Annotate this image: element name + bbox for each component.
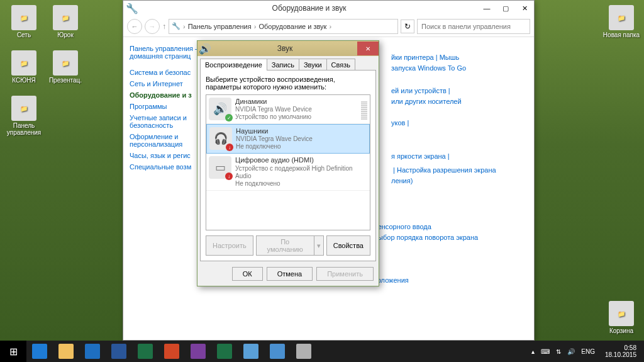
taskbar-app-store[interactable]	[211, 341, 238, 362]
icon-label: Корзина	[602, 327, 640, 334]
ok-button[interactable]: ОК	[232, 267, 263, 281]
set-default-button[interactable]: По умолчанию	[256, 235, 314, 256]
network-icon[interactable]: ⇅	[556, 348, 561, 355]
configure-button[interactable]: Настроить	[206, 235, 253, 256]
link[interactable]: | Настройка разрешения экрана	[393, 166, 496, 174]
folder-icon: 📁	[11, 96, 36, 121]
icon-label: Презентац.	[47, 77, 84, 84]
device-icon: 🔊✓	[209, 98, 231, 120]
app-icon	[111, 344, 126, 359]
desktop-icon[interactable]: 📁Корзина	[602, 301, 640, 334]
app-icon	[217, 344, 232, 359]
device-status: Не подключено	[235, 180, 367, 188]
device-icon: 🎧↓	[209, 127, 232, 150]
breadcrumb[interactable]: 🔧› Панель управления› Оборудование и зву…	[169, 19, 398, 34]
icon-label: Панель управления	[5, 122, 43, 136]
sound-tabs: Воспроизведение Запись Звуки Связь	[197, 56, 379, 71]
device-icon: ▭↓	[209, 156, 231, 179]
desktop-icon[interactable]: 📁Сеть	[5, 5, 43, 38]
link[interactable]: запуска Windows To Go	[391, 64, 466, 72]
desktop-icon[interactable]: 📁КСЮНЯ	[5, 50, 43, 84]
tray-more-icon[interactable]: ▴	[531, 348, 535, 355]
close-button[interactable]: ✕	[515, 1, 534, 15]
taskbar-app-control-panel[interactable]	[238, 341, 264, 362]
link[interactable]: йки принтера | Мышь	[391, 54, 459, 61]
app-icon	[138, 344, 153, 359]
taskbar-app-outlook[interactable]	[79, 341, 106, 362]
forward-button[interactable]: →	[145, 19, 160, 34]
status-badge-icon: ✓	[225, 114, 233, 122]
volume-icon[interactable]: 🔊	[567, 348, 575, 355]
taskbar-app-powerpoint[interactable]	[158, 341, 185, 362]
device-desc: NVIDIA Tegra Wave Device	[236, 135, 367, 143]
folder-icon: 📁	[609, 5, 634, 30]
folder-icon: 📁	[53, 50, 78, 76]
maximize-button[interactable]: ▢	[496, 1, 515, 15]
desktop-icon[interactable]: 📁Юрок	[47, 5, 84, 38]
taskbar-app-word[interactable]	[106, 341, 132, 362]
status-badge-icon: ↓	[226, 144, 233, 151]
taskbar: ⊞ ▴ ⌨ ⇅ 🔊 ENG 0:58 18.10.2015	[0, 341, 644, 362]
up-button[interactable]: ↑	[162, 22, 166, 31]
link[interactable]: или других носителей	[391, 98, 462, 105]
icon-label: Юрок	[47, 31, 84, 38]
minimize-button[interactable]: —	[477, 1, 496, 15]
folder-icon: 📁	[11, 50, 36, 76]
device-name: Динамики	[235, 98, 361, 106]
desktop-icon[interactable]: 📁Панель управления	[5, 96, 43, 136]
taskbar-app-ie[interactable]	[26, 341, 53, 362]
refresh-button[interactable]: ↻	[401, 20, 414, 33]
status-badge-icon: ↓	[225, 173, 233, 180]
back-button[interactable]: ←	[127, 19, 142, 34]
folder-icon: 📁	[609, 301, 634, 326]
tab-communications[interactable]: Связь	[326, 59, 355, 71]
device-item[interactable]: 🔊✓ДинамикиNVIDIA Tegra Wave DeviceУстрой…	[206, 95, 370, 124]
device-status: Устройство по умолчанию	[235, 113, 361, 121]
close-button[interactable]: ✕	[357, 42, 379, 55]
tab-recording[interactable]: Запись	[267, 59, 299, 71]
link[interactable]: ления)	[391, 177, 413, 184]
device-list[interactable]: 🔊✓ДинамикиNVIDIA Tegra Wave DeviceУстрой…	[206, 94, 370, 230]
control-panel-toolbar: ← → ↑ 🔧› Панель управления› Оборудование…	[123, 16, 534, 37]
app-icon	[85, 344, 100, 359]
set-default-dropdown[interactable]: ▾	[314, 235, 324, 256]
taskbar-app-excel[interactable]	[132, 341, 158, 362]
device-desc: Устройство с поддержкой High Definition …	[235, 165, 367, 180]
taskbar-app-sound-dialog[interactable]	[291, 341, 317, 362]
icon-label: Новая папка	[602, 31, 640, 38]
keyboard-icon[interactable]: ⌨	[541, 348, 550, 355]
taskbar-app-explorer[interactable]	[53, 341, 79, 362]
search-input[interactable]	[417, 19, 530, 34]
control-panel-titlebar[interactable]: 🔧 Оборудование и звук — ▢ ✕	[123, 1, 534, 16]
link[interactable]: я яркости экрана |	[391, 152, 450, 160]
language-indicator[interactable]: ENG	[581, 348, 595, 355]
link[interactable]: уков |	[391, 119, 409, 127]
taskbar-app-images[interactable]	[264, 341, 291, 362]
app-icon	[32, 344, 47, 359]
link[interactable]: ей или устройств |	[391, 87, 450, 94]
tab-sounds[interactable]: Звуки	[299, 59, 327, 71]
app-icon	[191, 344, 206, 359]
app-icon	[270, 344, 285, 359]
desktop-icon[interactable]: 📁Новая папка	[602, 5, 640, 38]
taskbar-app-onenote[interactable]	[185, 341, 211, 362]
device-item[interactable]: ▭↓Цифровое аудио (HDMI)Устройство с подд…	[206, 154, 370, 190]
start-button[interactable]: ⊞	[0, 341, 26, 362]
app-icon	[58, 344, 74, 359]
properties-button[interactable]: Свойства	[326, 235, 370, 256]
cancel-button[interactable]: Отмена	[267, 267, 313, 281]
sound-dialog-titlebar[interactable]: 🔊 Звук ✕	[197, 41, 379, 56]
link[interactable]: Выбор порядка поворота экрана	[374, 234, 478, 241]
clock[interactable]: 0:58 18.10.2015	[601, 344, 640, 358]
app-icon	[243, 344, 258, 359]
icon-label: КСЮНЯ	[5, 77, 43, 84]
folder-icon: 📁	[11, 5, 36, 30]
app-icon	[296, 344, 311, 359]
tab-playback[interactable]: Воспроизведение	[200, 59, 267, 71]
icon-label: Сеть	[5, 31, 43, 38]
desktop-icon[interactable]: 📁Презентац.	[47, 50, 84, 84]
system-tray: ▴ ⌨ ⇅ 🔊 ENG 0:58 18.10.2015	[528, 341, 644, 362]
device-item[interactable]: 🎧↓НаушникиNVIDIA Tegra Wave DeviceНе под…	[206, 124, 370, 154]
apply-button[interactable]: Применить	[316, 267, 374, 281]
device-desc: NVIDIA Tegra Wave Device	[235, 106, 361, 113]
